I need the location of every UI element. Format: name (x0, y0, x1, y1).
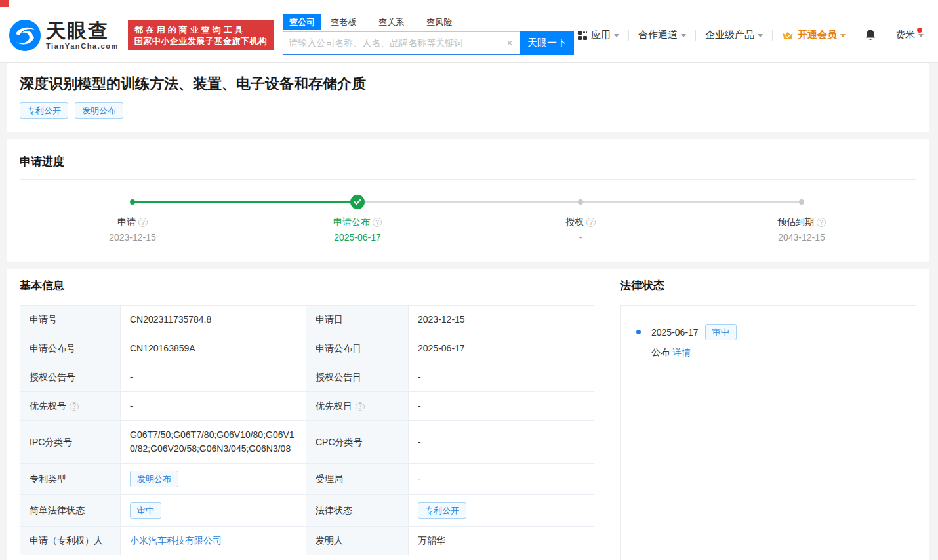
brand-name: 天眼查 (46, 21, 119, 41)
timeline-segment-todo (357, 201, 581, 203)
search-tab-boss[interactable]: 查老板 (324, 14, 363, 30)
legal-status-heading: 法律状态 (620, 278, 916, 293)
legal-review-tag: 审中 (705, 324, 737, 340)
cell-label: 授权公告日 (306, 363, 409, 392)
cell-value: - (409, 421, 594, 464)
tianyancha-logo[interactable]: 天眼查 TianYanCha.com (9, 20, 119, 51)
crown-icon (782, 30, 794, 41)
cell-label: 法律状态 (306, 495, 409, 527)
tianyancha-logo-icon (9, 20, 41, 51)
cell-label-text: 优先权日 (316, 399, 352, 413)
cell-value: - (409, 392, 594, 421)
patent-title-section: 深度识别模型的训练方法、装置、电子设备和存储介质 专利公开 发明公布 (7, 63, 929, 132)
legal-detail-link[interactable]: 详情 (672, 347, 691, 357)
help-icon[interactable]: ? (356, 402, 365, 411)
nav-fermi-label: 费米 (895, 29, 915, 41)
step-date: 2025-06-17 (298, 232, 417, 243)
cell-label: CPC分类号 (306, 421, 409, 464)
timeline-step-published: 申请公布? 2025-06-17 (298, 216, 417, 243)
step-label: 申请公布 (333, 216, 370, 228)
help-icon[interactable]: ? (586, 218, 596, 227)
search-tabs: 查公司 查老板 查关系 查风险 (283, 16, 574, 30)
table-row: 优先权号? - 优先权日? - (20, 392, 594, 421)
nav-divider (886, 30, 886, 41)
nav-apps-label: 应用 (591, 29, 611, 41)
nav-divider (772, 30, 773, 41)
cell-label: 申请公布号 (20, 334, 121, 363)
cell-value: - (409, 363, 594, 392)
cell-label: 发明人 (306, 527, 409, 555)
search-tab-company[interactable]: 查公司 (283, 14, 321, 30)
search-tab-risk[interactable]: 查风险 (420, 14, 459, 30)
nav-notifications[interactable] (861, 29, 880, 41)
bell-icon (865, 29, 876, 41)
cell-value: 小米汽车科技有限公司 (121, 527, 306, 555)
progress-heading: 申请进度 (20, 154, 916, 169)
header: 天眼查 TianYanCha.com 都在用的商业查询工具 国家中小企业发展子基… (0, 8, 938, 63)
table-row: 申请公布号 CN120163859A 申请公布日 2025-06-17 (20, 334, 594, 363)
timeline-dot-applied (130, 199, 135, 205)
basic-info-heading: 基本信息 (20, 278, 594, 293)
cell-label: 申请号 (20, 306, 121, 334)
patent-title: 深度识别模型的训练方法、装置、电子设备和存储介质 (20, 74, 916, 94)
table-row: 申请号 CN202311735784.8 申请日 2023-12-15 (20, 306, 594, 334)
table-row: 专利类型 发明公布 受理局 - (20, 464, 594, 495)
bullet-dot-icon (636, 330, 641, 334)
cell-label: 优先权号? (20, 392, 121, 421)
applicant-company-link[interactable]: 小米汽车科技有限公司 (130, 535, 222, 546)
chevron-down-icon (840, 34, 846, 37)
table-row: 简单法律状态 审中 法律状态 专利公开 (20, 495, 594, 527)
nav-user-fermi[interactable]: 费米 (891, 29, 928, 41)
cell-label: 专利类型 (20, 464, 121, 495)
chevron-down-icon (918, 34, 924, 37)
nav-open-vip[interactable]: 开通会员 (778, 29, 849, 41)
notification-red-dot (917, 28, 922, 33)
nav-divider (855, 30, 855, 41)
legal-status-box: 2025-06-17 审中 公布 详情 (620, 305, 916, 560)
cell-label: 授权公告号 (20, 363, 121, 392)
nav-vip-label: 开通会员 (798, 29, 837, 41)
step-date: 2043-12-15 (743, 232, 861, 243)
cell-value: 专利公开 (409, 495, 594, 527)
table-row: IPC分类号 G06T7/50;G06T7/80;G06V10/80;G06V1… (20, 421, 594, 464)
help-icon[interactable]: ? (817, 218, 826, 227)
step-label: 申请 (117, 216, 136, 228)
header-nav: 应用 合作通道 企业级产品 开通会员 (574, 29, 928, 41)
cell-value: CN120163859A (121, 334, 306, 363)
nav-partner-channel[interactable]: 合作通道 (634, 29, 690, 41)
top-strip (0, 0, 938, 8)
cell-value: 万韶华 (409, 527, 594, 555)
legal-status-panel: 法律状态 2025-06-17 审中 公布 详情 (620, 278, 916, 560)
cell-value: 发明公布 (121, 464, 306, 495)
section-gap (7, 132, 929, 139)
search-button[interactable]: 天眼一下 (520, 31, 574, 55)
cell-label: 申请（专利权）人 (20, 527, 121, 555)
nav-enterprise-label: 企业级产品 (705, 29, 754, 41)
search-input[interactable] (283, 37, 500, 48)
legal-status-item: 2025-06-17 审中 公布 详情 (636, 324, 900, 359)
chevron-down-icon (758, 34, 763, 37)
cell-value: CN202311735784.8 (121, 306, 306, 334)
timeline-segment-done (133, 201, 357, 203)
nav-enterprise-products[interactable]: 企业级产品 (701, 29, 767, 41)
apps-grid-icon (578, 31, 587, 40)
help-icon[interactable]: ? (373, 218, 382, 227)
cell-value: 审中 (121, 495, 306, 527)
legal-event: 公布 (651, 347, 670, 357)
timeline-dot-expiry (799, 199, 804, 205)
nav-apps[interactable]: 应用 (574, 29, 623, 41)
help-icon[interactable]: ? (70, 402, 79, 411)
application-progress-section: 申请进度 申请? 2023-12-15 申请公布? 2025-06-17 授权?… (7, 139, 929, 262)
basic-info-panel: 基本信息 申请号 CN202311735784.8 申请日 2023-12-15… (20, 278, 594, 560)
timeline-step-expiry: 预估到期? 2043-12-15 (743, 216, 861, 243)
slogan-line2: 国家中小企业发展子基金旗下机构 (134, 35, 268, 47)
cell-label: 简单法律状态 (20, 495, 121, 527)
cell-label-text: 优先权号 (30, 399, 66, 413)
step-date: 2023-12-15 (73, 232, 192, 243)
help-icon[interactable]: ? (138, 218, 148, 227)
clear-search-icon[interactable]: × (500, 37, 520, 49)
timeline-check-icon (350, 195, 365, 209)
search-tab-relation[interactable]: 查关系 (372, 14, 411, 30)
top-left-red-notch (0, 0, 9, 7)
cell-label: 申请公布日 (306, 334, 409, 363)
